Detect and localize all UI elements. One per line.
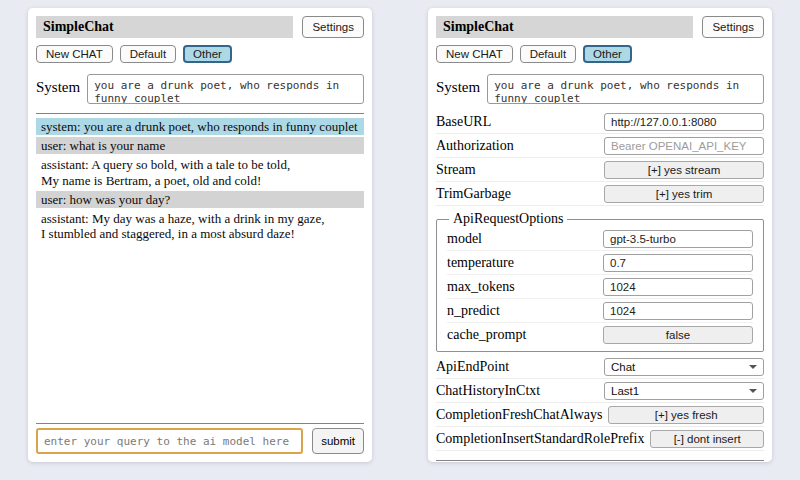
assistant-line: My name is Bertram, a poet, old and cold… — [41, 173, 359, 188]
trimgarbage-label: TrimGarbage — [436, 186, 604, 202]
setting-row-completion-fresh: CompletionFreshChatAlways [+] yes fresh — [436, 403, 764, 427]
api-endpoint-select[interactable]: Chat — [604, 358, 764, 376]
submit-button[interactable]: submit — [312, 428, 364, 454]
desktop-background: SimpleChat Settings New CHAT Default Oth… — [0, 0, 800, 480]
settings-panel: SimpleChat Settings New CHAT Default Oth… — [428, 8, 772, 462]
query-section: submit — [36, 414, 364, 454]
divider — [36, 113, 364, 114]
settings-list: BaseURL Authorization Stream [+] yes str… — [436, 110, 764, 451]
setting-row-baseurl: BaseURL — [436, 110, 764, 134]
chat-panel: SimpleChat Settings New CHAT Default Oth… — [28, 8, 372, 462]
baseurl-label: BaseURL — [436, 114, 604, 130]
query-section: submit — [436, 451, 764, 462]
temperature-input[interactable] — [603, 254, 753, 272]
system-prompt-input[interactable]: you are a drunk poet, who responds in fu… — [487, 74, 764, 104]
baseurl-input[interactable] — [604, 113, 764, 131]
setting-row-completion-insert: CompletionInsertStandardRolePrefix [-] d… — [436, 427, 764, 451]
system-prompt-row: System you are a drunk poet, who respond… — [36, 74, 364, 104]
chat-message-system: system: you are a drunk poet, who respon… — [36, 118, 364, 135]
divider — [36, 423, 364, 424]
setting-row-model: model — [447, 227, 753, 251]
completion-insert-label: CompletionInsertStandardRolePrefix — [436, 431, 650, 447]
model-label: model — [447, 231, 603, 247]
api-request-options-fieldset: ApiRequestOptions model temperature max_… — [436, 211, 764, 352]
temperature-label: temperature — [447, 255, 603, 271]
assistant-line: I stumbled and staggered, in a most absu… — [41, 226, 359, 241]
stream-label: Stream — [436, 162, 604, 178]
app-title: SimpleChat — [36, 16, 293, 38]
setting-row-temperature: temperature — [447, 251, 753, 275]
cache-prompt-label: cache_prompt — [447, 327, 603, 343]
assistant-line: assistant: A query so bold, with a tale … — [41, 157, 359, 172]
system-prompt-input[interactable]: you are a drunk poet, who responds in fu… — [87, 74, 364, 104]
chat-message-list: system: you are a drunk poet, who respon… — [36, 118, 364, 244]
authorization-label: Authorization — [436, 138, 604, 154]
setting-row-authorization: Authorization — [436, 134, 764, 158]
api-endpoint-label: ApiEndPoint — [436, 359, 604, 375]
setting-row-trimgarbage: TrimGarbage [+] yes trim — [436, 182, 764, 206]
chat-history-label: ChatHistoryInCtxt — [436, 383, 604, 399]
api-request-options-legend: ApiRequestOptions — [449, 211, 567, 227]
trimgarbage-toggle-button[interactable]: [+] yes trim — [604, 185, 764, 203]
chat-history-select[interactable]: Last1 — [604, 382, 764, 400]
session-other-button[interactable]: Other — [183, 45, 232, 63]
setting-row-max-tokens: max_tokens — [447, 275, 753, 299]
n-predict-label: n_predict — [447, 303, 603, 319]
setting-row-chat-history: ChatHistoryInCtxt Last1 — [436, 379, 764, 403]
app-title: SimpleChat — [436, 16, 693, 38]
max-tokens-input[interactable] — [603, 278, 753, 296]
model-input[interactable] — [603, 230, 753, 248]
query-input[interactable] — [36, 428, 303, 454]
chat-message-user: user: what is your name — [36, 137, 364, 154]
settings-button[interactable]: Settings — [702, 16, 764, 38]
completion-fresh-toggle-button[interactable]: [+] yes fresh — [608, 406, 764, 424]
assistant-line: assistant: My day was a haze, with a dri… — [41, 211, 359, 226]
session-toolbar: New CHAT Default Other — [36, 45, 364, 63]
system-label: System — [436, 74, 480, 96]
completion-fresh-label: CompletionFreshChatAlways — [436, 407, 608, 423]
completion-insert-toggle-button[interactable]: [-] dont insert — [650, 430, 764, 448]
titlebar: SimpleChat Settings — [436, 16, 764, 38]
n-predict-input[interactable] — [603, 302, 753, 320]
setting-row-api-endpoint: ApiEndPoint Chat — [436, 355, 764, 379]
authorization-input[interactable] — [604, 137, 764, 155]
stream-toggle-button[interactable]: [+] yes stream — [604, 161, 764, 179]
divider — [436, 460, 764, 461]
new-chat-button[interactable]: New CHAT — [36, 45, 113, 63]
chat-message-user: user: how was your day? — [36, 191, 364, 208]
system-label: System — [36, 74, 80, 96]
settings-button[interactable]: Settings — [302, 16, 364, 38]
system-prompt-row: System you are a drunk poet, who respond… — [436, 74, 764, 104]
cache-prompt-toggle-button[interactable]: false — [603, 326, 753, 344]
session-default-button[interactable]: Default — [120, 45, 176, 63]
max-tokens-label: max_tokens — [447, 279, 603, 295]
setting-row-stream: Stream [+] yes stream — [436, 158, 764, 182]
chat-message-assistant: assistant: A query so bold, with a tale … — [36, 156, 364, 188]
setting-row-n-predict: n_predict — [447, 299, 753, 323]
new-chat-button[interactable]: New CHAT — [436, 45, 513, 63]
session-toolbar: New CHAT Default Other — [436, 45, 764, 63]
session-other-button[interactable]: Other — [583, 45, 632, 63]
chat-message-assistant: assistant: My day was a haze, with a dri… — [36, 210, 364, 242]
setting-row-cache-prompt: cache_prompt false — [447, 323, 753, 346]
session-default-button[interactable]: Default — [520, 45, 576, 63]
titlebar: SimpleChat Settings — [36, 16, 364, 38]
